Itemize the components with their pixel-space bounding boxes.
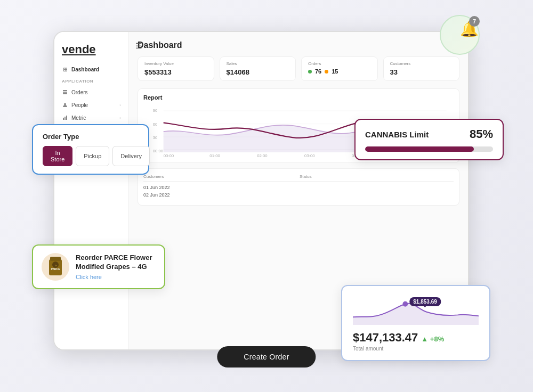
cannabis-title: CANNABIS Limit [365,130,429,139]
svg-text:90: 90 [153,108,158,113]
create-order-button[interactable]: Create Order [217,346,316,368]
stat-value: 33 [390,68,453,76]
dot-orange [325,70,328,74]
sidebar-item-dashboard[interactable]: ⊞ Dashboard [54,63,128,76]
sidebar-item-people[interactable]: People › [54,99,128,111]
stat-value: $553313 [144,68,207,76]
hamburger-menu[interactable]: ☰ [135,42,142,50]
svg-point-30 [402,301,408,307]
stat-label: Inventory Value [144,61,207,66]
order-type-title: Order Type [43,133,139,141]
svg-text:00:00: 00:00 [164,153,174,158]
sidebar-item-metric[interactable]: Metric › [54,111,128,124]
stat-card-orders: Orders 76 15 [301,56,378,81]
svg-text:30: 30 [153,135,158,140]
home-icon: ⊞ [62,66,68,72]
total-amount-popup: $1,853.69 $147,133.47 ▲ +8% Total amount [341,285,490,361]
cannabis-percent: 85% [470,127,493,141]
dashboard-title: Dashboard [138,40,459,50]
orders-list: Customers Status 01 Jun 2022 02 Jun 2022 [138,168,459,206]
stat-value-green: 76 [315,68,321,75]
col-label-customers: Customers [143,174,297,179]
product-image: PARCE ✿ [42,253,69,281]
reorder-popup[interactable]: PARCE ✿ Reorder PARCE Flower Modified Gr… [32,244,165,289]
stat-label: Orders [308,61,371,66]
sidebar-item-orders[interactable]: Orders [54,86,128,99]
stat-label: Sales [227,61,289,66]
stat-value: $14068 [227,68,289,76]
svg-rect-4 [63,118,64,120]
total-amount: $147,133.47 [353,331,418,345]
svg-text:02:00: 02:00 [257,153,268,158]
logo: vende [54,38,128,63]
progress-bar-fill [365,146,474,152]
sidebar-item-label: Metric [71,115,86,121]
svg-text:00:00: 00:00 [153,149,164,153]
order-type-pickup[interactable]: Pickup [76,146,109,166]
svg-point-3 [64,103,66,105]
logo-text: vende [62,43,96,56]
tablet-container: 🔔 7 vende ⊞ Dashboard APPLICATION [27,15,506,377]
report-title: Report [143,94,454,101]
notification-badge[interactable]: 🔔 7 [440,15,480,55]
svg-rect-2 [63,93,67,94]
order-date-row-1: 01 Jun 2022 [143,185,454,190]
svg-rect-6 [66,116,67,120]
svg-rect-0 [63,90,67,91]
svg-rect-26 [50,257,61,261]
svg-rect-1 [63,92,67,93]
sidebar-item-label: Dashboard [71,67,99,72]
total-label: Total amount [353,346,479,352]
order-date-row-2: 02 Jun 2022 [143,192,454,198]
progress-bar [365,146,493,152]
stat-card-inventory: Inventory Value $553313 [138,56,214,81]
svg-text:60: 60 [153,122,158,127]
stat-label: Customers [390,61,453,66]
metric-icon [62,115,68,121]
sidebar-item-label: Orders [71,89,88,95]
price-tooltip: $1,853.69 [409,297,441,306]
cannabis-limit-popup: CANNABIS Limit 85% [354,119,504,160]
stats-row: Inventory Value $553313 Sales $14068 Ord… [138,56,459,81]
reorder-link[interactable]: Click here [76,274,156,280]
reorder-content: Reorder PARCE Flower Modified Grapes – 4… [76,254,156,280]
order-type-delivery[interactable]: Delivery [112,146,150,166]
order-type-in-store[interactable]: In Store [43,146,72,166]
mini-chart: $1,853.69 [353,295,479,326]
svg-rect-5 [64,117,66,120]
sidebar: vende ⊞ Dashboard APPLICATION Orders [54,32,129,349]
notification-count: 7 [469,16,480,27]
orders-icon [62,89,68,95]
order-date: 02 Jun 2022 [143,192,170,198]
triangle-up-icon: ▲ [421,335,428,343]
svg-text:03:00: 03:00 [304,153,315,158]
total-change: ▲ +8% [421,335,444,343]
sidebar-section-label: APPLICATION [54,76,128,86]
sidebar-item-label: People [71,102,88,108]
order-date: 01 Jun 2022 [143,185,170,190]
order-type-popup: Order Type In Store Pickup Delivery [32,124,149,175]
dot-green [308,70,312,74]
orders-header: Customers Status [143,174,454,182]
chevron-right-icon: › [119,116,121,120]
chevron-right-icon: › [119,103,121,108]
svg-text:01:00: 01:00 [209,153,220,158]
stat-card-sales: Sales $14068 [220,56,296,81]
stat-value-orange: 15 [332,68,338,75]
people-icon [62,102,68,108]
stat-card-customers: Customers 33 [383,56,460,81]
side-button [53,75,54,96]
order-type-buttons: In Store Pickup Delivery [43,146,139,166]
reorder-title: Reorder PARCE Flower Modified Grapes – 4… [76,254,156,272]
col-label-status: Status [300,174,454,179]
